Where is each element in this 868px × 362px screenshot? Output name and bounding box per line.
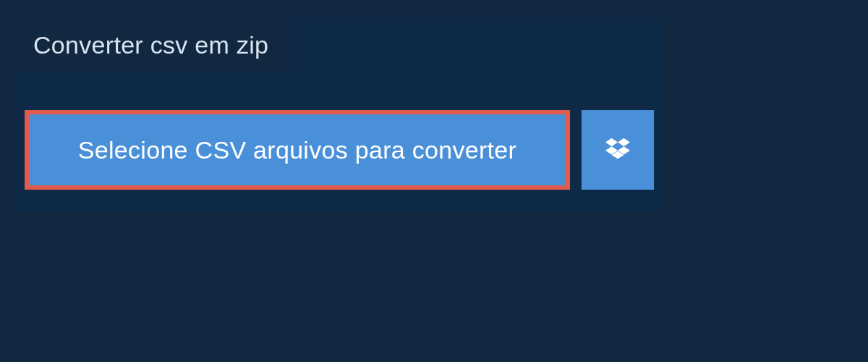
select-files-button[interactable]: Selecione CSV arquivos para converter: [25, 110, 570, 190]
dropbox-button[interactable]: [582, 110, 654, 190]
select-files-label: Selecione CSV arquivos para converter: [78, 136, 516, 164]
dropbox-icon: [605, 136, 630, 164]
converter-panel: Converter csv em zip Selecione CSV arqui…: [13, 18, 664, 212]
button-row: Selecione CSV arquivos para converter: [25, 110, 654, 190]
tab-label: Converter csv em zip: [33, 31, 268, 59]
tab-converter[interactable]: Converter csv em zip: [13, 18, 289, 72]
